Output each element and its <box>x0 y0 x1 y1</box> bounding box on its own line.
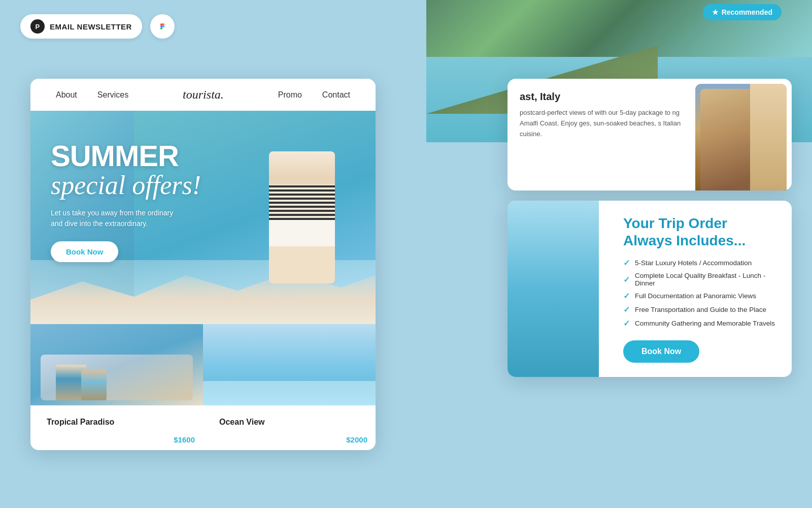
nav-about[interactable]: About <box>46 90 87 100</box>
hero-subtitle: Let us take you away from the ordinary a… <box>51 208 183 229</box>
email-nav: About Services tourista. Promo Contact <box>30 79 376 111</box>
amalfi-title: ast, Italy <box>520 91 683 103</box>
amalfi-coast-card: ast, Italy postcard-perfect views of wit… <box>507 79 792 190</box>
recommended-badge: ★ Recommended <box>703 4 782 20</box>
check-icon-2: ✓ <box>623 275 630 284</box>
include-label-5: Community Gathering and Memorable Travel… <box>635 320 775 327</box>
check-icon-3: ✓ <box>623 291 630 301</box>
include-label-4: Free Transportation and Guide to the Pla… <box>635 306 766 313</box>
nav-promo[interactable]: Promo <box>268 90 312 100</box>
include-item-1: ✓ 5-Star Luxury Hotels / Accommodation <box>623 258 777 268</box>
check-icon-1: ✓ <box>623 258 630 268</box>
trip-book-now-button[interactable]: Book Now <box>623 340 699 363</box>
star-icon: ★ <box>712 8 719 16</box>
hero-section: SUMMER special offers! Let us take you a… <box>30 111 376 324</box>
tropical-card-image <box>30 324 203 405</box>
tropical-card-label: Tropical Paradiso <box>39 411 195 430</box>
email-newsletter-badge: P EMAIL NEWSLETTER <box>20 14 142 39</box>
email-newsletter-label: EMAIL NEWSLETTER <box>50 22 132 31</box>
include-item-4: ✓ Free Transportation and Guide to the P… <box>623 305 777 314</box>
include-item-3: ✓ Full Documentation at Panoramic Views <box>623 291 777 301</box>
ocean-card-price: $2000 <box>346 435 367 444</box>
right-panel: ast, Italy postcard-perfect views of wit… <box>507 79 792 377</box>
person-silhouette <box>269 151 335 283</box>
include-item-5: ✓ Community Gathering and Memorable Trav… <box>623 319 777 328</box>
amalfi-text-section: ast, Italy postcard-perfect views of wit… <box>507 79 695 190</box>
include-label-3: Full Documentation at Panoramic Views <box>635 292 756 300</box>
include-label-2: Complete Local Quality Breakfast - Lunch… <box>635 272 777 287</box>
amalfi-thumbnail <box>695 84 787 190</box>
check-icon-4: ✓ <box>623 305 630 314</box>
trip-order-title: Your Trip Order Always Includes... <box>623 215 777 249</box>
include-label-1: 5-Star Luxury Hotels / Accommodation <box>635 259 752 267</box>
nav-contact[interactable]: Contact <box>312 90 360 100</box>
recommended-label: Recommended <box>722 8 772 16</box>
hero-book-now-button[interactable]: Book Now <box>51 241 118 262</box>
hero-title-main: SUMMER <box>51 141 201 171</box>
trip-order-card: Your Trip Order Always Includes... ✓ 5-S… <box>507 201 792 377</box>
include-item-2: ✓ Complete Local Quality Breakfast - Lun… <box>623 272 777 287</box>
top-bar: P EMAIL NEWSLETTER <box>20 14 175 39</box>
hero-person-image <box>269 151 335 283</box>
destination-cards-row: Tropical Paradiso $1600 Ocean View $2000 <box>30 324 376 450</box>
ocean-card-label: Ocean View <box>211 411 367 430</box>
nav-logo: tourista. <box>139 88 268 102</box>
email-card: About Services tourista. Promo Contact S… <box>30 79 376 450</box>
p-logo-icon: P <box>30 19 45 34</box>
hero-title-script: special offers! <box>51 171 201 200</box>
amalfi-description: postcard-perfect views of with our 5-day… <box>520 108 683 139</box>
trip-order-content: Your Trip Order Always Includes... ✓ 5-S… <box>522 215 777 363</box>
hero-content: SUMMER special offers! Let us take you a… <box>51 141 201 262</box>
check-icon-5: ✓ <box>623 319 630 328</box>
destination-card-ocean[interactable]: Ocean View $2000 <box>203 324 376 450</box>
ocean-card-image <box>203 324 376 405</box>
tropical-card-price: $1600 <box>174 435 195 444</box>
nav-services[interactable]: Services <box>87 90 139 100</box>
trip-includes-list: ✓ 5-Star Luxury Hotels / Accommodation ✓… <box>623 258 777 328</box>
figma-icon[interactable] <box>150 14 175 39</box>
destination-card-tropical[interactable]: Tropical Paradiso $1600 <box>30 324 203 450</box>
